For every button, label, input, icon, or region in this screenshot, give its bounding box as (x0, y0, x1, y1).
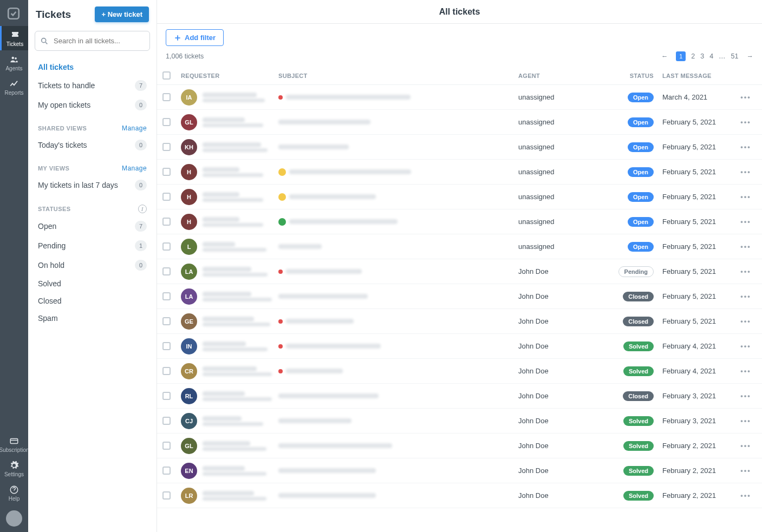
last-message-date: February 4, 2021 (654, 342, 735, 350)
sidebar-item[interactable]: All tickets (32, 58, 152, 76)
rail-settings[interactable]: Settings (0, 456, 28, 481)
row-more-icon[interactable]: ••• (735, 317, 757, 325)
requester-email (203, 472, 266, 476)
table-row[interactable]: CJJohn DoeSolvedFebruary 3, 2021••• (157, 409, 762, 434)
requester-email (203, 98, 265, 102)
new-ticket-button[interactable]: + New ticket (95, 6, 149, 22)
page-number[interactable]: 4 (709, 52, 713, 60)
row-checkbox[interactable] (162, 417, 171, 425)
col-subject[interactable]: SUBJECT (278, 73, 518, 79)
row-more-icon[interactable]: ••• (735, 267, 757, 275)
agent-name: unassigned (518, 193, 589, 201)
row-checkbox[interactable] (162, 342, 171, 350)
col-agent[interactable]: AGENT (518, 73, 589, 79)
sidebar-item[interactable]: On hold0 (32, 255, 152, 275)
prev-page-icon[interactable]: ← (661, 52, 668, 60)
page-number[interactable]: 51 (731, 52, 739, 60)
rail-agents[interactable]: Agents (0, 50, 28, 75)
rail-help[interactable]: Help (0, 481, 28, 505)
row-checkbox[interactable] (162, 93, 171, 101)
page-number[interactable]: 2 (691, 52, 695, 60)
sidebar-item[interactable]: Solved (32, 275, 152, 292)
svg-point-1 (12, 57, 15, 60)
page-number[interactable]: 1 (676, 51, 686, 61)
add-filter-button[interactable]: Add filter (166, 29, 224, 46)
table-row[interactable]: INJohn DoeSolvedFebruary 4, 2021••• (157, 334, 762, 359)
sidebar-item[interactable]: Open7 (32, 216, 152, 236)
sidebar-item[interactable]: Today's tickets0 (32, 135, 152, 155)
table-row[interactable]: HunassignedOpenFebruary 5, 2021••• (157, 160, 762, 185)
row-checkbox[interactable] (162, 292, 171, 300)
row-checkbox[interactable] (162, 467, 171, 475)
table-row[interactable]: GLunassignedOpenFebruary 5, 2021••• (157, 110, 762, 135)
row-checkbox[interactable] (162, 267, 171, 275)
row-more-icon[interactable]: ••• (735, 242, 757, 251)
manage-shared-link[interactable]: Manage (122, 124, 147, 132)
table-row[interactable]: RLJohn DoeClosedFebruary 3, 2021••• (157, 384, 762, 409)
table-row[interactable]: HunassignedOpenFebruary 5, 2021••• (157, 209, 762, 234)
row-checkbox[interactable] (162, 242, 171, 251)
table-row[interactable]: CRJohn DoeSolvedFebruary 4, 2021••• (157, 359, 762, 384)
table-row[interactable]: KHunassignedOpenFebruary 5, 2021••• (157, 135, 762, 160)
requester-name (203, 416, 242, 421)
row-checkbox[interactable] (162, 118, 171, 126)
row-more-icon[interactable]: ••• (735, 392, 757, 400)
row-more-icon[interactable]: ••• (735, 442, 757, 450)
row-checkbox[interactable] (162, 317, 171, 325)
status-badge: Closed (623, 292, 654, 301)
row-more-icon[interactable]: ••• (735, 168, 757, 176)
row-more-icon[interactable]: ••• (735, 417, 757, 425)
sidebar-item[interactable]: Closed (32, 292, 152, 310)
row-checkbox[interactable] (162, 143, 171, 151)
row-checkbox[interactable] (162, 491, 171, 500)
rail-reports[interactable]: Reports (0, 75, 28, 99)
requester-name (203, 441, 250, 446)
page-number[interactable]: 3 (700, 52, 704, 60)
sidebar-item[interactable]: My tickets in last 7 days0 (32, 175, 152, 195)
row-more-icon[interactable]: ••• (735, 118, 757, 126)
table-row[interactable]: GEJohn DoeClosedFebruary 5, 2021••• (157, 309, 762, 334)
table-row[interactable]: LAJohn DoePendingFebruary 5, 2021••• (157, 259, 762, 284)
agent-name: unassigned (518, 93, 589, 101)
requester-avatar: H (181, 164, 197, 180)
row-checkbox[interactable] (162, 218, 171, 226)
manage-myviews-link[interactable]: Manage (122, 165, 147, 172)
sidebar-item[interactable]: Tickets to handle7 (32, 76, 152, 95)
search-input[interactable] (35, 31, 150, 51)
table-row[interactable]: LRJohn DoeSolvedFebruary 2, 2021••• (157, 483, 762, 508)
col-status[interactable]: STATUS (589, 73, 654, 79)
col-requester[interactable]: REQUESTER (181, 73, 278, 79)
col-last-message[interactable]: LAST MESSAGE (654, 73, 735, 79)
table-row[interactable]: ENJohn DoeSolvedFebruary 2, 2021••• (157, 458, 762, 483)
table-row[interactable]: HunassignedOpenFebruary 5, 2021••• (157, 185, 762, 209)
table-row[interactable]: GLJohn DoeSolvedFebruary 2, 2021••• (157, 434, 762, 458)
user-avatar[interactable] (6, 510, 22, 527)
sidebar-item[interactable]: My open tickets0 (32, 95, 152, 115)
table-row[interactable]: IAunassignedOpenMarch 4, 2021••• (157, 85, 762, 110)
rail-subscription[interactable]: Subscription (0, 432, 28, 456)
row-more-icon[interactable]: ••• (735, 491, 757, 500)
row-checkbox[interactable] (162, 168, 171, 176)
table-row[interactable]: LunassignedOpenFebruary 5, 2021••• (157, 234, 762, 259)
row-checkbox[interactable] (162, 193, 171, 201)
row-more-icon[interactable]: ••• (735, 467, 757, 475)
row-more-icon[interactable]: ••• (735, 93, 757, 101)
requester-email (203, 323, 270, 326)
next-page-icon[interactable]: → (747, 52, 754, 60)
row-checkbox[interactable] (162, 392, 171, 400)
row-more-icon[interactable]: ••• (735, 292, 757, 300)
sidebar-item[interactable]: Pending1 (32, 236, 152, 255)
rail-tickets[interactable]: Tickets (0, 26, 28, 50)
table-row[interactable]: LAJohn DoeClosedFebruary 5, 2021••• (157, 284, 762, 309)
info-icon[interactable]: i (138, 205, 147, 213)
row-more-icon[interactable]: ••• (735, 143, 757, 151)
row-more-icon[interactable]: ••• (735, 342, 757, 350)
row-checkbox[interactable] (162, 367, 171, 375)
row-more-icon[interactable]: ••• (735, 193, 757, 201)
subject-text (278, 294, 368, 299)
sidebar-item[interactable]: Spam (32, 310, 152, 327)
select-all-checkbox[interactable] (162, 71, 171, 80)
row-more-icon[interactable]: ••• (735, 218, 757, 226)
row-checkbox[interactable] (162, 442, 171, 450)
row-more-icon[interactable]: ••• (735, 367, 757, 375)
